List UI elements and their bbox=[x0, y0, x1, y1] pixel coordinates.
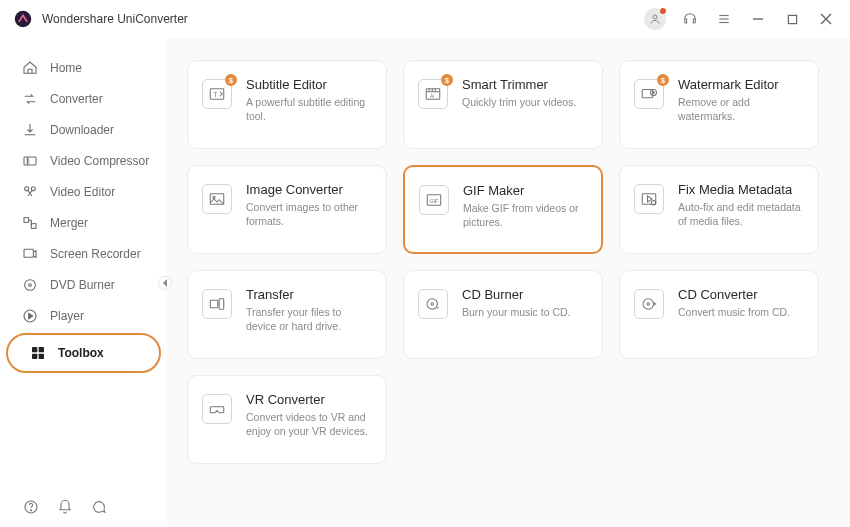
sidebar-item-label: Merger bbox=[50, 216, 88, 230]
window-controls bbox=[644, 8, 836, 30]
sidebar: HomeConverterDownloaderVideo CompressorV… bbox=[0, 38, 167, 527]
notification-dot bbox=[660, 8, 666, 14]
svg-rect-6 bbox=[788, 15, 796, 23]
minimize-button[interactable] bbox=[748, 9, 768, 29]
sidebar-item-converter[interactable]: Converter bbox=[0, 83, 167, 114]
cd-converter-icon bbox=[634, 289, 664, 319]
close-button[interactable] bbox=[816, 9, 836, 29]
svg-rect-9 bbox=[24, 157, 36, 165]
tool-card-desc: A powerful subtitle editing tool. bbox=[246, 95, 372, 123]
merger-icon bbox=[22, 215, 38, 231]
metadata-icon bbox=[634, 184, 664, 214]
svg-point-40 bbox=[643, 299, 654, 310]
toolbox-panel: T$Subtitle EditorA powerful subtitle edi… bbox=[167, 38, 850, 527]
cd-burner-icon bbox=[418, 289, 448, 319]
tool-card-body: CD BurnerBurn your music to CD. bbox=[462, 287, 571, 319]
svg-point-16 bbox=[29, 283, 32, 286]
tool-card-title: VR Converter bbox=[246, 392, 372, 407]
tool-card-title: CD Burner bbox=[462, 287, 571, 302]
tool-card-watermark-editor[interactable]: $Watermark EditorRemove or add watermark… bbox=[619, 60, 819, 149]
svg-rect-37 bbox=[219, 299, 224, 310]
account-icon[interactable] bbox=[644, 8, 666, 30]
svg-point-38 bbox=[427, 299, 438, 310]
svg-text:T: T bbox=[213, 91, 217, 98]
tool-card-smart-trimmer[interactable]: AI$Smart TrimmerQuickly trim your videos… bbox=[403, 60, 603, 149]
svg-point-23 bbox=[30, 510, 31, 511]
converter-icon bbox=[22, 91, 38, 107]
sidebar-item-label: DVD Burner bbox=[50, 278, 115, 292]
sidebar-item-label: Converter bbox=[50, 92, 103, 106]
tool-card-body: GIF MakerMake GIF from videos or picture… bbox=[463, 183, 587, 229]
tool-card-title: Transfer bbox=[246, 287, 372, 302]
notifications-icon[interactable] bbox=[56, 498, 74, 516]
sidebar-item-merger[interactable]: Merger bbox=[0, 207, 167, 238]
tool-card-subtitle-editor[interactable]: T$Subtitle EditorA powerful subtitle edi… bbox=[187, 60, 387, 149]
svg-point-39 bbox=[431, 303, 433, 305]
tool-card-body: TransferTransfer your files to device or… bbox=[246, 287, 372, 333]
sidebar-item-video-compressor[interactable]: Video Compressor bbox=[0, 145, 167, 176]
svg-rect-14 bbox=[24, 249, 33, 257]
maximize-button[interactable] bbox=[782, 9, 802, 29]
premium-badge: $ bbox=[657, 74, 669, 86]
tool-card-image-converter[interactable]: Image ConverterConvert images to other f… bbox=[187, 165, 387, 254]
tool-card-desc: Burn your music to CD. bbox=[462, 305, 571, 319]
svg-rect-13 bbox=[31, 223, 36, 228]
svg-text:GIF: GIF bbox=[430, 198, 439, 204]
support-icon[interactable] bbox=[680, 9, 700, 29]
smart-trimmer-icon: AI$ bbox=[418, 79, 448, 109]
tool-card-vr-converter[interactable]: VR ConverterConvert videos to VR and enj… bbox=[187, 375, 387, 464]
svg-point-1 bbox=[653, 15, 657, 19]
player-icon bbox=[22, 308, 38, 324]
sidebar-collapse-button[interactable] bbox=[158, 276, 172, 290]
subtitle-icon: T$ bbox=[202, 79, 232, 109]
sidebar-item-label: Downloader bbox=[50, 123, 114, 137]
tool-card-transfer[interactable]: TransferTransfer your files to device or… bbox=[187, 270, 387, 359]
sidebar-item-screen-recorder[interactable]: Screen Recorder bbox=[0, 238, 167, 269]
tool-card-cd-burner[interactable]: CD BurnerBurn your music to CD. bbox=[403, 270, 603, 359]
tool-card-fix-media-metadata[interactable]: Fix Media MetadataAuto-fix and edit meta… bbox=[619, 165, 819, 254]
sidebar-item-label: Video Editor bbox=[50, 185, 115, 199]
tool-card-title: GIF Maker bbox=[463, 183, 587, 198]
sidebar-item-label: Toolbox bbox=[58, 346, 104, 360]
sidebar-item-video-editor[interactable]: Video Editor bbox=[0, 176, 167, 207]
tool-card-body: CD ConverterConvert music from CD. bbox=[678, 287, 790, 319]
svg-point-10 bbox=[25, 186, 29, 190]
sidebar-item-label: Home bbox=[50, 61, 82, 75]
tool-card-desc: Remove or add watermarks. bbox=[678, 95, 804, 123]
tool-card-body: Fix Media MetadataAuto-fix and edit meta… bbox=[678, 182, 804, 228]
tool-card-cd-converter[interactable]: CD ConverterConvert music from CD. bbox=[619, 270, 819, 359]
svg-rect-21 bbox=[39, 354, 44, 359]
watermark-icon: $ bbox=[634, 79, 664, 109]
tool-card-desc: Convert videos to VR and enjoy on your V… bbox=[246, 410, 372, 438]
sidebar-item-dvd-burner[interactable]: DVD Burner bbox=[0, 269, 167, 300]
tool-card-desc: Transfer your files to device or hard dr… bbox=[246, 305, 372, 333]
tool-card-body: VR ConverterConvert videos to VR and enj… bbox=[246, 392, 372, 438]
tool-card-body: Subtitle EditorA powerful subtitle editi… bbox=[246, 77, 372, 123]
downloader-icon bbox=[22, 122, 38, 138]
tool-card-gif-maker[interactable]: GIFGIF MakerMake GIF from videos or pict… bbox=[403, 165, 603, 254]
sidebar-item-downloader[interactable]: Downloader bbox=[0, 114, 167, 145]
home-icon bbox=[22, 60, 38, 76]
svg-text:AI: AI bbox=[430, 94, 434, 99]
menu-icon[interactable] bbox=[714, 9, 734, 29]
svg-rect-34 bbox=[642, 194, 656, 205]
dvd-icon bbox=[22, 277, 38, 293]
image-converter-icon bbox=[202, 184, 232, 214]
help-icon[interactable] bbox=[22, 498, 40, 516]
sidebar-item-toolbox[interactable]: Toolbox bbox=[6, 333, 161, 373]
tool-card-title: Smart Trimmer bbox=[462, 77, 576, 92]
tool-card-body: Image ConverterConvert images to other f… bbox=[246, 182, 372, 228]
svg-rect-18 bbox=[32, 347, 37, 352]
tool-card-title: Fix Media Metadata bbox=[678, 182, 804, 197]
compressor-icon bbox=[22, 153, 38, 169]
sidebar-item-home[interactable]: Home bbox=[0, 52, 167, 83]
tool-card-title: CD Converter bbox=[678, 287, 790, 302]
transfer-icon bbox=[202, 289, 232, 319]
sidebar-item-player[interactable]: Player bbox=[0, 300, 167, 331]
tool-card-body: Watermark EditorRemove or add watermarks… bbox=[678, 77, 804, 123]
feedback-icon[interactable] bbox=[90, 498, 108, 516]
sidebar-item-label: Video Compressor bbox=[50, 154, 149, 168]
tool-card-desc: Auto-fix and edit metadata of media file… bbox=[678, 200, 804, 228]
tool-card-desc: Convert music from CD. bbox=[678, 305, 790, 319]
svg-rect-12 bbox=[24, 217, 29, 222]
